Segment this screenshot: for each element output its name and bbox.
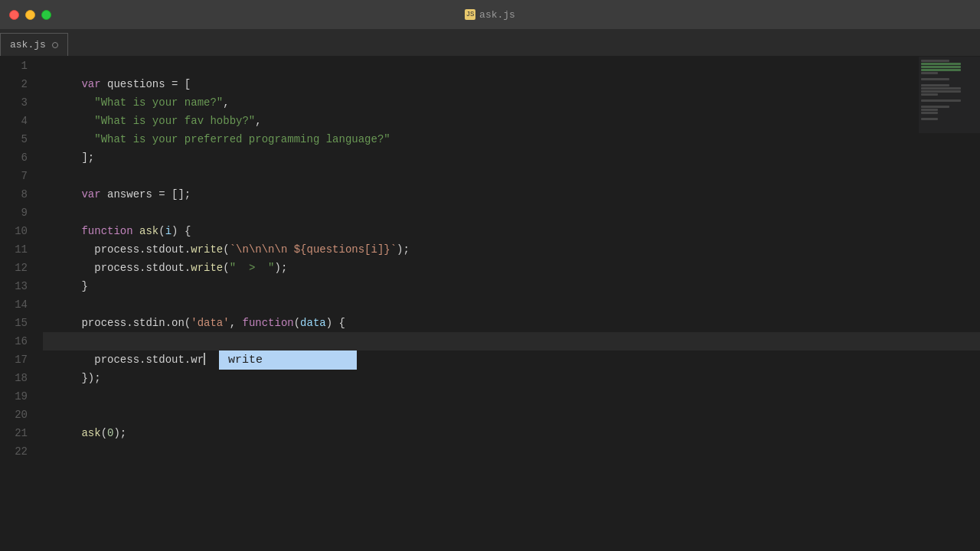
maximize-button[interactable] (41, 10, 51, 20)
tab-askjs[interactable]: ask.js (0, 33, 68, 56)
code-line-9: function ask(i) { (43, 204, 980, 222)
traffic-lights (9, 10, 51, 20)
line-number-19: 19 (0, 387, 28, 406)
code-line-14: process.stdin.on('data', function(data) … (43, 295, 980, 314)
code-editor[interactable]: var questions = [ "What is your name?", … (37, 57, 980, 551)
line-numbers: 1 2 3 4 5 6 7 8 9 10 11 12 13 14 15 16 1… (0, 57, 37, 551)
line-number-14: 14 (0, 295, 28, 314)
line-number-21: 21 (0, 424, 28, 442)
code-line-13 (43, 277, 980, 295)
code-line-5: ]; (43, 130, 980, 148)
code-line-19 (43, 387, 980, 406)
code-line-17: }); (43, 350, 980, 369)
autocomplete-item-write[interactable]: write (219, 350, 357, 370)
editor-container: 1 2 3 4 5 6 7 8 9 10 11 12 13 14 15 16 1… (0, 57, 980, 551)
code-line-3: "What is your fav hobby?", (43, 93, 980, 112)
code-line-15 (43, 314, 980, 332)
code-line-6 (43, 148, 980, 167)
minimap-content (919, 57, 980, 124)
title-bar: JS ask.js (0, 0, 980, 29)
line-number-2: 2 (0, 75, 28, 93)
line-number-20: 20 (0, 406, 28, 424)
line-number-17: 17 (0, 350, 28, 369)
code-line-16: process.stdout.wr (43, 332, 980, 350)
close-button[interactable] (9, 10, 19, 20)
minimap (919, 57, 980, 133)
code-line-18 (43, 369, 980, 387)
code-line-10: process.stdout.write(`\n\n\n\n ${questio… (43, 222, 980, 240)
minimize-button[interactable] (25, 10, 35, 20)
file-icon: JS (465, 9, 475, 20)
line-number-5: 5 (0, 130, 28, 148)
line-number-8: 8 (0, 185, 28, 204)
line-number-9: 9 (0, 204, 28, 222)
code-line-21 (43, 424, 980, 442)
tab-bar: ask.js (0, 29, 980, 57)
tab-unsaved-dot (52, 42, 58, 48)
line-number-16: 16 (0, 332, 28, 350)
tab-label: ask.js (10, 39, 46, 51)
line-number-13: 13 (0, 277, 28, 295)
line-number-15: 15 (0, 314, 28, 332)
code-line-8 (43, 185, 980, 204)
code-line-22 (43, 442, 980, 461)
line-number-22: 22 (0, 442, 28, 461)
line-number-7: 7 (0, 167, 28, 185)
code-line-11: process.stdout.write(" > "); (43, 240, 980, 259)
line-number-11: 11 (0, 240, 28, 259)
line-number-12: 12 (0, 259, 28, 277)
line-number-18: 18 (0, 369, 28, 387)
code-line-12: } (43, 259, 980, 277)
line-number-4: 4 (0, 112, 28, 130)
window-title: JS ask.js (465, 9, 515, 21)
code-line-7: var answers = []; (43, 167, 980, 185)
autocomplete-dropdown[interactable]: write (219, 350, 357, 370)
code-line-20: ask(0); (43, 406, 980, 424)
line-number-3: 3 (0, 93, 28, 112)
line-number-6: 6 (0, 148, 28, 167)
code-line-4: "What is your preferred programming lang… (43, 112, 980, 130)
code-line-2: "What is your name?", (43, 75, 980, 93)
code-line-1: var questions = [ (43, 57, 980, 75)
line-number-1: 1 (0, 57, 28, 75)
line-number-10: 10 (0, 222, 28, 240)
